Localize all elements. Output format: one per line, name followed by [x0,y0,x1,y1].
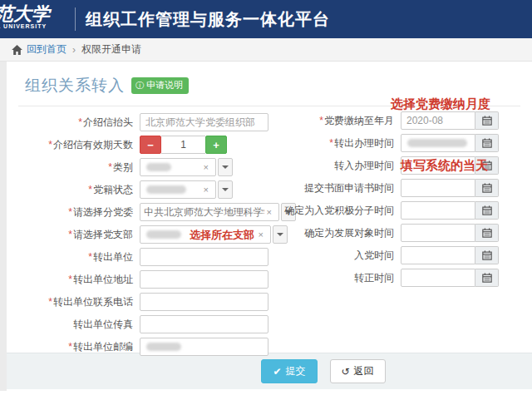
transfer-in-date-input[interactable] [401,156,475,175]
field-label-out-unit-phone: *转出单位联系电话 [15,295,140,309]
transfer-out-date-input[interactable] [401,134,475,152]
page-title: 组织关系转入 [25,75,125,96]
out-unit-phone-input[interactable] [140,293,268,311]
field-label-text: 转出单位联系电话 [53,296,133,308]
field-control [401,246,499,264]
sub-committee-select[interactable]: 中共北京师范大学地理科学学部...× [140,203,279,221]
stepper-minus-button[interactable]: − [140,136,161,154]
calendar-icon[interactable] [475,201,499,220]
select-control: ×选择所在支部 [140,225,288,244]
calendar-icon[interactable] [475,156,499,175]
submit-button[interactable]: ✔ 提交 [261,359,317,383]
field-label-fee-paid-until: *党费缴纳至年月 [283,114,401,128]
out-unit-fax-input[interactable] [140,315,268,333]
calendar-icon[interactable] [475,179,499,197]
undo-icon: ↺ [342,366,350,378]
out-unit-zip-input[interactable] [140,338,268,356]
required-asterisk: * [88,251,92,263]
activist-date-input[interactable] [401,201,475,220]
calendar-icon[interactable] [475,246,499,264]
required-asterisk: * [68,274,72,285]
field-label-transfer-in-date: 转入办理时间 [283,159,401,173]
back-button[interactable]: ↺ 返回 [330,359,386,383]
info-icon: ⓘ [135,80,144,91]
required-asterisk: * [329,137,333,149]
back-button-label: 返回 [354,364,374,378]
university-logo: 范大学 L UNIVERSITY [0,0,73,38]
field-label-written-application-date: 提交书面申请书时间 [283,181,401,195]
clear-icon[interactable]: × [204,162,209,172]
field-label-activist-date: 确定为入党积极分子时间 [283,204,401,218]
field-label-category: *类别 [15,160,140,175]
field-control [401,134,499,152]
submit-button-label: 提交 [286,364,306,378]
check-icon: ✔ [273,366,281,378]
breadcrumb-home-link[interactable]: 回到首页 [27,42,66,57]
field-row-written-application-date: 提交书面申请书时间 [283,179,532,197]
calendar-icon[interactable] [475,134,499,152]
calendar-icon[interactable] [475,269,499,287]
category-select[interactable]: × [140,158,216,176]
field-row-sub-committee: *请选择分党委中共北京师范大学地理科学学部...× [15,203,281,221]
select-control: 中共北京师范大学地理科学学部...× [140,203,296,221]
breadcrumb-separator: › [72,44,76,56]
field-label-development-target-date: 确定为发展对象时间 [283,226,401,240]
form-column-right: 选择党费缴纳月度 *党费缴纳至年月*转出办理时间转入办理时间填写系统的当天提交书… [283,111,532,291]
fee-paid-until-input[interactable] [401,111,475,130]
field-row-out-unit-phone: *转出单位联系电话 [15,293,281,311]
stepper-control: −+ [140,136,227,154]
clear-icon[interactable]: × [204,185,209,195]
stepper-plus-button[interactable]: + [205,136,227,154]
field-control [140,315,268,333]
join-party-date-input[interactable] [401,246,475,264]
required-asterisk: * [48,139,52,151]
required-asterisk: * [48,296,52,308]
chevron-down-icon[interactable] [218,180,233,199]
select-value: 中共北京师范大学地理科学学部... [144,205,264,220]
required-asterisk: * [108,161,112,173]
development-target-date-input[interactable] [401,224,475,242]
intro-letter-title-input[interactable] [140,113,268,131]
required-asterisk: * [78,116,82,128]
party-status-select[interactable]: × [140,180,216,199]
out-unit-input[interactable] [140,248,268,266]
field-label-text: 党籍状态 [93,184,133,195]
required-asterisk: * [68,341,72,353]
field-label-out-unit: *转出单位 [15,250,140,264]
transfer-form: *介绍信抬头*介绍信有效期天数−+*类别×*党籍状态×*请选择分党委中共北京师范… [7,106,532,353]
full-member-date-input[interactable] [401,269,475,287]
field-row-fee-paid-until: *党费缴纳至年月 [283,111,532,130]
field-control [401,111,499,130]
out-unit-address-input[interactable] [140,270,268,289]
field-row-out-unit-zip: *转出单位邮编 [15,338,281,356]
field-row-transfer-out-date: *转出办理时间 [283,134,532,152]
field-label-join-party-date: 入党时间 [283,249,401,263]
field-row-intro-letter-valid-days: *介绍信有效期天数−+ [15,136,281,154]
chevron-down-icon[interactable] [218,158,233,176]
field-row-out-unit: *转出单位 [15,248,281,266]
field-control [140,293,268,311]
help-badge[interactable]: ⓘ 申请说明 [131,77,189,94]
field-control [401,179,499,197]
field-label-party-status: *党籍状态 [15,183,140,197]
field-label-sub-committee: *请选择分党委 [15,205,140,220]
field-label-text: 入党时间 [354,249,394,261]
field-label-transfer-out-date: *转出办理时间 [283,136,401,151]
calendar-icon[interactable] [475,224,499,242]
field-row-activist-date: 确定为入党积极分子时间 [283,201,532,220]
field-label-party-branch: *请选择党支部 [15,228,140,242]
calendar-icon[interactable] [475,111,499,130]
form-column-left: *介绍信抬头*介绍信有效期天数−+*类别×*党籍状态×*请选择分党委中共北京师范… [15,113,281,360]
home-icon[interactable] [12,45,22,55]
clear-icon[interactable]: × [259,230,264,239]
party-branch-select[interactable]: × [140,225,271,244]
field-label-text: 请选择党支部 [73,229,133,240]
intro-letter-valid-days-input[interactable] [161,136,205,154]
field-control [140,248,268,266]
required-asterisk: * [319,115,323,126]
clear-icon[interactable]: × [267,207,272,217]
field-label-text: 转出单位传真 [73,318,133,330]
written-application-date-input[interactable] [401,179,475,197]
annotation-fee-month: 选择党费缴纳月度 [391,96,490,112]
logo-calligraphy: 范大学 [0,3,73,23]
